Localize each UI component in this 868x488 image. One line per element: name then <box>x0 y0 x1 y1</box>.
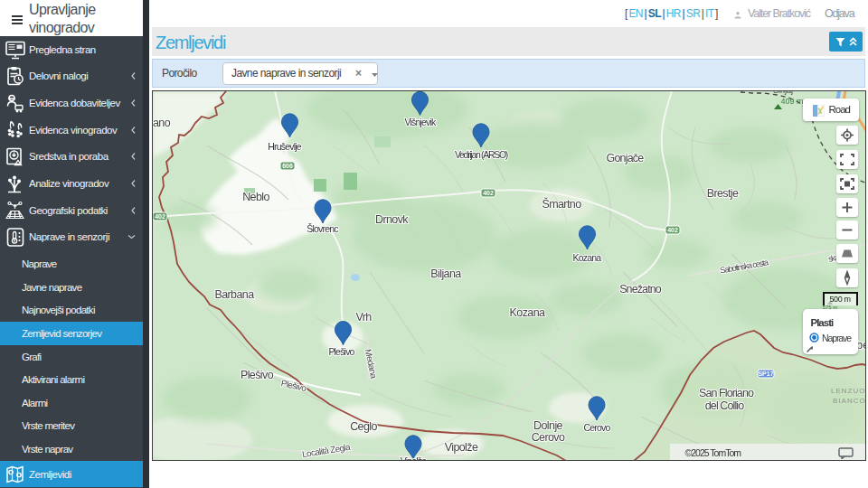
svg-text:409 m: 409 m <box>780 97 803 106</box>
svg-text:Vedrijan (ARSO): Vedrijan (ARSO) <box>454 149 507 160</box>
svg-text:Cerovo: Cerovo <box>531 431 564 444</box>
svg-text:Plešivo: Plešivo <box>328 346 354 357</box>
svg-text:402: 402 <box>155 213 165 220</box>
svg-text:402: 402 <box>483 190 494 196</box>
svg-text:Šinjaj: Šinjaj <box>772 91 792 95</box>
svg-text:Cerovo: Cerovo <box>583 422 610 433</box>
svg-text:Šlovrenc: Šlovrenc <box>307 223 338 234</box>
svg-text:402: 402 <box>667 227 678 233</box>
svg-text:Barbana: Barbana <box>214 288 254 301</box>
svg-text:ano: ano <box>153 117 171 129</box>
svg-text:Vrh: Vrh <box>355 311 372 324</box>
svg-text:Neblo: Neblo <box>242 191 269 203</box>
svg-text:606: 606 <box>282 163 293 169</box>
svg-text:Medana: Medana <box>363 348 379 380</box>
svg-text:Vipolže: Vipolže <box>444 441 477 454</box>
svg-text:LENZUOLO: LENZUOLO <box>831 387 866 395</box>
svg-text:Dolnje: Dolnje <box>533 419 562 432</box>
svg-text:Vipolže: Vipolže <box>400 455 427 462</box>
svg-text:Località Zegla: Località Zegla <box>301 442 351 459</box>
svg-text:Hruševlje: Hruševlje <box>268 141 302 152</box>
svg-text:Brestje: Brestje <box>706 187 738 200</box>
svg-text:del Collio: del Collio <box>704 399 743 412</box>
svg-text:Gonjače: Gonjače <box>606 152 644 164</box>
svg-text:Plešivo: Plešivo <box>279 378 307 393</box>
svg-text:Šmartno: Šmartno <box>542 197 581 211</box>
svg-text:Ceglo: Ceglo <box>350 420 377 433</box>
svg-text:BIANCO: BIANCO <box>833 397 866 405</box>
svg-text:Kozana: Kozana <box>572 252 601 263</box>
svg-text:Drnovk: Drnovk <box>375 213 409 226</box>
svg-text:Biljana: Biljana <box>430 267 461 280</box>
svg-text:Višnjevik: Višnjevik <box>404 117 437 127</box>
svg-text:Plešivo: Plešivo <box>240 369 273 381</box>
svg-text:SP17: SP17 <box>758 371 773 377</box>
svg-text:San Floriano: San Floriano <box>698 387 753 399</box>
svg-text:Kozana: Kozana <box>509 306 544 319</box>
svg-text:Snežatno: Snežatno <box>619 283 662 296</box>
